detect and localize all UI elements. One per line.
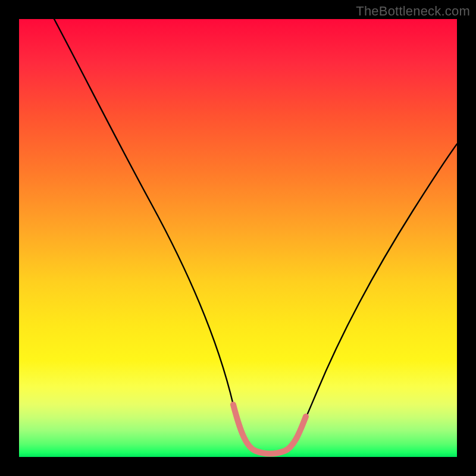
watermark-text: TheBottleneck.com (356, 4, 470, 19)
plot-area (19, 19, 457, 457)
flat-highlight-path (233, 405, 306, 454)
chart-frame: TheBottleneck.com (0, 0, 476, 476)
main-curve-path (54, 19, 457, 454)
chart-svg (19, 19, 457, 457)
